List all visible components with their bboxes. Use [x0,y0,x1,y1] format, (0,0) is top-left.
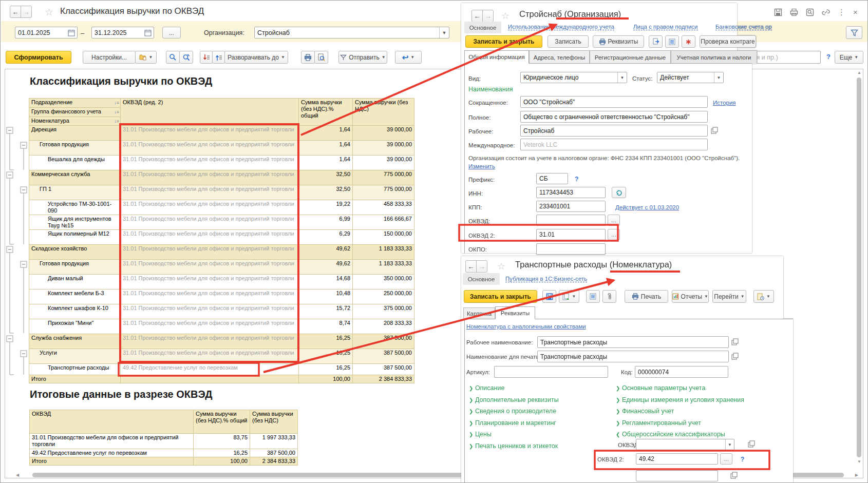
section-main-params[interactable]: ❯ Основные параметры учета [616,384,705,392]
nav-link-bank-accounts[interactable]: Банковские счета ор [715,24,772,30]
back-button[interactable]: ← [471,10,483,22]
print-button[interactable] [301,51,315,64]
kind-combo[interactable]: Юридическое лицо ▼ [520,72,627,83]
section-classifiers[interactable]: ❮ Общероссийские классификаторы [616,431,725,438]
collapse-groups-button[interactable] [200,51,213,64]
change-link[interactable]: Изменить [468,163,495,169]
counterparty-check-button[interactable]: Проверка контраге [700,35,756,48]
okpo-input[interactable] [536,243,606,255]
history-button[interactable]: ▼ [753,290,774,303]
tab-addresses[interactable]: Адреса, телефоны [529,50,590,64]
reports-button[interactable]: Отчеты▼ [672,290,709,303]
next-field-input[interactable] [636,470,718,481]
calendar-icon[interactable] [68,29,75,36]
open-icon[interactable] [731,338,739,345]
filter-funnel-button[interactable] [846,26,862,39]
okved2-select-button[interactable]: ... [608,229,620,240]
status-combo[interactable]: Действует ▼ [657,72,724,83]
save-close-button[interactable]: Записать и закрыть [465,35,542,48]
expand-groups-button[interactable] [212,51,225,64]
structure-button[interactable] [586,290,600,303]
history-link[interactable]: История [713,100,736,106]
more-menu-icon[interactable]: ⋮ [838,8,845,16]
save-icon[interactable] [774,8,782,16]
similar-items-link[interactable]: Номенклатура с аналогичными свойствами [466,323,586,330]
grouping-tree[interactable] [5,69,30,428]
section-additional[interactable]: ❯ Дополнительные реквизиты [469,396,559,403]
print-button[interactable]: Печать [625,290,668,303]
save-button[interactable]: Записать [548,35,589,48]
okved2-input[interactable]: 49.42 [636,453,718,465]
calendar-icon[interactable] [144,29,152,36]
section-fin-accounting[interactable]: ❯ Финансовый учет [616,408,674,415]
search-help[interactable]: ? [826,53,831,61]
forward-button[interactable]: → [476,260,487,273]
section-manufacturer[interactable]: ❯ Сведения о производителе [469,408,556,415]
nav-tab-main[interactable]: Основное [464,22,501,33]
section-labels[interactable]: ❯ Печать ценников и этикеток [469,442,558,450]
forward-button[interactable]: → [482,10,494,22]
tab-accounting-policy[interactable]: Учетная политика и налоги [671,50,757,64]
undo-button[interactable]: ↩ ▼ [395,51,422,64]
open-icon[interactable] [731,353,739,360]
save-close-button[interactable]: Записать и закрыть [464,290,537,303]
prefix-input[interactable]: СБ [536,173,568,184]
generate-button[interactable]: Сформировать [6,51,71,64]
work-name-input[interactable]: Стройснаб [520,125,708,137]
goto-button[interactable]: Перейти▼ [712,290,746,303]
copy-button[interactable]: ▼ [559,290,579,303]
search-button[interactable] [166,51,180,64]
tab-requisites[interactable]: Реквизиты [495,306,535,319]
open-icon[interactable] [730,472,738,479]
save-button[interactable] [542,290,556,303]
tab-general-info[interactable]: Общая информация [464,50,529,64]
okved2-input[interactable]: 31.01 [536,229,606,240]
short-name-input[interactable]: ООО "Стройснаб" [520,96,708,108]
inn-input[interactable]: 1173434453 [536,187,606,198]
favorite-star-icon[interactable]: ☆ [501,10,510,22]
settings-button[interactable]: Настройки... [83,51,136,64]
report-variants-button[interactable]: ▼ [135,51,157,64]
okved2-help[interactable]: ? [741,456,744,463]
favorite-star-icon[interactable]: ☆ [497,261,505,272]
section-units[interactable]: ❯ Единицы измерения и условия хранения [616,396,744,403]
nav-link-publication[interactable]: Публикация в 1С:Бизнес-сеть [505,276,587,282]
section-reg-accounting[interactable]: ❯ Регламентированный учет [616,419,701,427]
preview-icon[interactable] [806,8,814,16]
back-button[interactable]: ← [10,6,21,18]
vertical-scrollbar[interactable]: ▲ ▼ [856,70,862,467]
report-table[interactable]: Подразделение↓≡ ОКВЭД (ред. 2) Сумма выр… [29,98,414,383]
work-name-input[interactable]: Транспортные расходы [537,336,729,348]
open-icon[interactable] [711,127,718,134]
more-button[interactable]: Еще▼ [835,51,863,64]
fill-by-inn-button[interactable] [612,187,626,198]
okved2-select-button[interactable]: ... [720,453,732,465]
nav-link-intl-accounting[interactable]: Использование международного учета [508,24,614,30]
intl-name-input[interactable]: Veterok LLC [520,139,708,150]
prefix-help[interactable]: ? [575,176,578,183]
okved-combo[interactable]: ▼ [636,439,734,450]
print-name-input[interactable]: Транспортные расходы [537,351,729,362]
expand-to-button[interactable]: Разворачивать до▼ [224,51,288,64]
org-dropdown-icon[interactable]: ▼ [439,27,449,38]
print-icon[interactable] [790,8,798,16]
summary-table[interactable]: ОКВЭДСумма выручки (без НДС).% общийСумм… [29,410,298,466]
organization-combo[interactable]: Стройснаб ▼ [254,27,449,38]
date-from-input[interactable]: 01.01.2025 [15,27,78,38]
dropdown-icon[interactable]: ▼ [725,439,734,450]
section-description[interactable]: ❯ Описание [469,384,504,392]
scroll-down-icon[interactable]: ▼ [857,459,861,464]
scroll-left-icon[interactable]: ◀ [16,473,19,477]
nav-tab-main[interactable]: Основное [463,273,500,285]
send-button[interactable]: Отправить▼ [338,51,387,64]
open-icon[interactable] [748,440,755,448]
section-planning[interactable]: ❯ Планирование и маркетинг [469,419,556,427]
create-based-button[interactable] [649,35,663,48]
kpp-input[interactable]: 233401001 [536,201,606,212]
dropdown-icon[interactable]: ▼ [617,72,627,83]
nav-link-signers[interactable]: Лица с правом подписи [633,24,698,30]
attachments-button[interactable] [602,290,616,303]
related-docs-button[interactable]: ∗ [682,35,695,48]
article-input[interactable] [494,366,608,378]
vertical-scroll-thumb[interactable] [857,78,861,457]
